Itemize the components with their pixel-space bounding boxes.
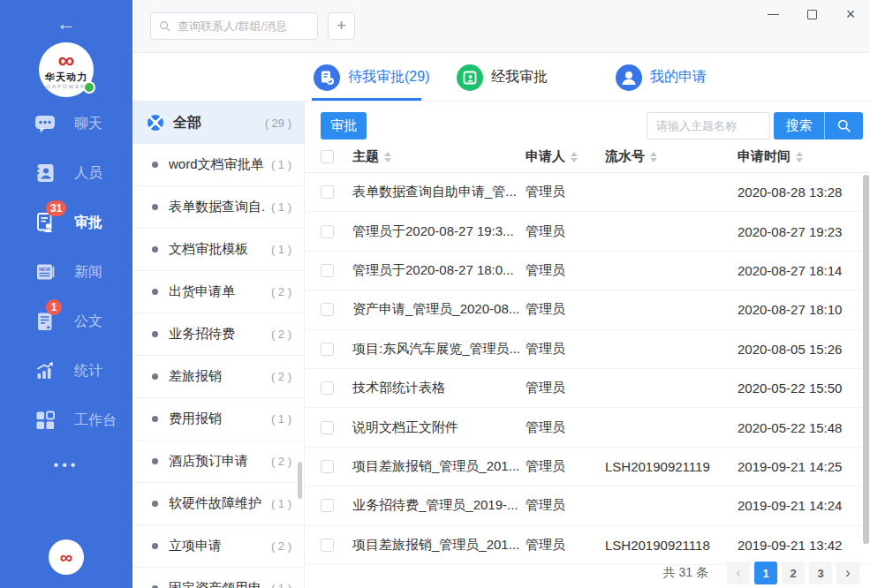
category-all-count: ( 29 ) [265, 117, 291, 130]
minimize-button[interactable] [753, 0, 792, 28]
row-checkbox[interactable] [321, 264, 334, 277]
cell-applicant: 管理员 [526, 223, 605, 240]
category-item[interactable]: 费用报销 ( 1 ) [132, 398, 304, 441]
sidebar-item-news[interactable]: NEW 新闻 [0, 247, 132, 297]
search-button[interactable]: 搜索 [774, 117, 824, 134]
category-scrollbar[interactable] [298, 462, 302, 499]
column-applicant[interactable]: 申请人 [526, 148, 605, 165]
category-label: 文档审批模板 [169, 241, 248, 258]
all-categories-icon [147, 114, 164, 132]
sidebar-item-label: 人员 [74, 164, 102, 183]
row-checkbox[interactable] [321, 539, 334, 552]
table-row[interactable]: 表单数据查询自助申请_管... 管理员 2020-08-28 13:28 [305, 173, 870, 212]
category-label: 立项申请 [169, 538, 222, 554]
table-row[interactable]: 资产申请_管理员_2020-08... 管理员 2020-08-27 18:10 [305, 290, 870, 329]
cell-apply-time: 2019-09-21 13:42 [738, 538, 858, 553]
table-row[interactable]: 说明文档正文附件 管理员 2020-05-22 15:48 [305, 408, 870, 447]
row-checkbox[interactable] [321, 225, 334, 238]
search-icon [159, 20, 171, 33]
sidebar-item-label: 公文 [74, 313, 102, 331]
category-item[interactable]: 固定资产领用申... ( 1 ) [132, 568, 304, 588]
column-subject[interactable]: 主题 [352, 148, 526, 165]
row-checkbox[interactable] [321, 381, 334, 395]
cell-apply-time: 2020-08-27 18:14 [738, 263, 858, 278]
category-count: ( 2 ) [266, 328, 291, 341]
tab-label: 我的申请 [650, 68, 707, 87]
sidebar-item-statistics[interactable]: 统计 [0, 346, 132, 396]
row-checkbox[interactable] [321, 303, 334, 316]
category-count: ( 1 ) [266, 497, 291, 510]
category-label: word文档审批单 [169, 156, 264, 173]
cell-applicant: 管理员 [526, 301, 605, 318]
bullet-icon [152, 331, 158, 337]
category-item[interactable]: 表单数据查询自... ( 1 ) [132, 186, 304, 229]
sidebar-item-chat[interactable]: 聊天 [0, 99, 132, 148]
table-row[interactable]: 业务招待费_管理员_2019-... 管理员 2019-09-21 14:24 [305, 486, 870, 525]
column-serial[interactable]: 流水号 [605, 148, 738, 165]
bullet-icon [152, 373, 158, 380]
cell-applicant: 管理员 [526, 262, 605, 279]
table-scrollbar[interactable] [863, 175, 869, 544]
row-checkbox[interactable] [321, 343, 334, 356]
sidebar-item-people[interactable]: 人员 [0, 148, 132, 198]
sidebar-item-workbench[interactable]: 工作台 [0, 396, 132, 445]
cell-subject: 资产申请_管理员_2020-08... [352, 301, 526, 318]
row-checkbox[interactable] [321, 421, 334, 434]
page-button-1[interactable]: 1 [754, 562, 777, 584]
category-all[interactable]: 全部 ( 29 ) [132, 102, 304, 144]
infinity-logo-icon: ∞ [58, 50, 75, 70]
back-arrow-icon[interactable]: ← [0, 14, 132, 34]
infinity-logo-icon: ∞ [60, 548, 72, 566]
active-tab-underline [312, 98, 421, 101]
main-panel: 审批 请输入主题名称 搜索 主题 申请人 流水号 申请时间 [305, 102, 870, 588]
category-count: ( 1 ) [266, 158, 291, 171]
cell-apply-time: 2020-08-05 15:26 [738, 342, 858, 357]
row-checkbox[interactable] [321, 499, 334, 512]
tab-my-applications[interactable]: 我的申请 [616, 53, 707, 102]
row-checkbox[interactable] [321, 460, 334, 473]
advanced-search-button[interactable] [825, 118, 863, 133]
sidebar-item-label: 统计 [74, 362, 102, 381]
category-item[interactable]: 文档审批模板 ( 1 ) [132, 229, 304, 271]
cell-applicant: 管理员 [526, 537, 605, 554]
table-row[interactable]: 技术部统计表格 管理员 2020-05-22 15:50 [305, 369, 870, 408]
category-list: word文档审批单 ( 1 ) 表单数据查询自... ( 1 ) 文档审批模板 … [132, 144, 304, 588]
approve-button[interactable]: 审批 [321, 112, 367, 139]
page-button-3[interactable]: 3 [809, 562, 832, 584]
subject-search-input[interactable]: 请输入主题名称 [647, 112, 770, 139]
category-item[interactable]: 差旅报销 ( 2 ) [132, 356, 304, 398]
category-item[interactable]: 出货申请单 ( 2 ) [132, 271, 304, 313]
approval-list: 表单数据查询自助申请_管... 管理员 2020-08-28 13:28 管理员… [305, 173, 870, 565]
tab-approved-by-me[interactable]: 经我审批 [457, 53, 548, 102]
tab-pending-approval[interactable]: 待我审批(29) [314, 53, 429, 102]
sidebar-item-approval[interactable]: 31 审批 [0, 198, 132, 247]
add-button[interactable]: + [328, 12, 355, 40]
category-item[interactable]: word文档审批单 ( 1 ) [132, 144, 304, 186]
next-page-button[interactable]: › [836, 562, 859, 584]
cell-applicant: 管理员 [526, 419, 605, 436]
workbench-icon [34, 409, 57, 432]
select-all-checkbox[interactable] [321, 150, 334, 163]
online-status-dot [83, 81, 95, 94]
category-item[interactable]: 酒店预订申请 ( 2 ) [132, 441, 304, 483]
table-row[interactable]: 项目差旅报销_管理员_201... 管理员 LSH20190921119 201… [305, 448, 870, 486]
pending-approval-icon [314, 64, 340, 91]
table-row[interactable]: 项目:东风汽车展览_管理员... 管理员 2020-08-05 15:26 [305, 330, 870, 369]
category-label: 酒店预订申请 [169, 453, 248, 470]
maximize-button[interactable] [792, 0, 831, 28]
close-button[interactable]: × [831, 0, 870, 28]
category-item[interactable]: 立项申请 ( 2 ) [132, 525, 304, 568]
category-item[interactable]: 软硬件故障维护 ( 1 ) [132, 483, 304, 525]
prev-page-button[interactable]: ‹ [727, 562, 750, 584]
row-checkbox[interactable] [321, 185, 334, 199]
page-button-2[interactable]: 2 [782, 562, 805, 584]
more-icon[interactable]: ••• [0, 457, 132, 473]
bottom-logo[interactable]: ∞ [49, 539, 84, 575]
table-row[interactable]: 管理员于2020-08-27 19:3... 管理员 2020-08-27 19… [305, 212, 870, 251]
column-apply-time[interactable]: 申请时间 [738, 148, 858, 165]
chat-icon [34, 112, 57, 135]
sidebar-item-documents[interactable]: ★ 1 公文 [0, 297, 132, 346]
table-row[interactable]: 管理员于2020-08-27 18:0... 管理员 2020-08-27 18… [305, 252, 870, 290]
category-item[interactable]: 业务招待费 ( 2 ) [132, 313, 304, 356]
contact-search-input[interactable]: 查询联系人/群组/消息 [150, 12, 318, 40]
